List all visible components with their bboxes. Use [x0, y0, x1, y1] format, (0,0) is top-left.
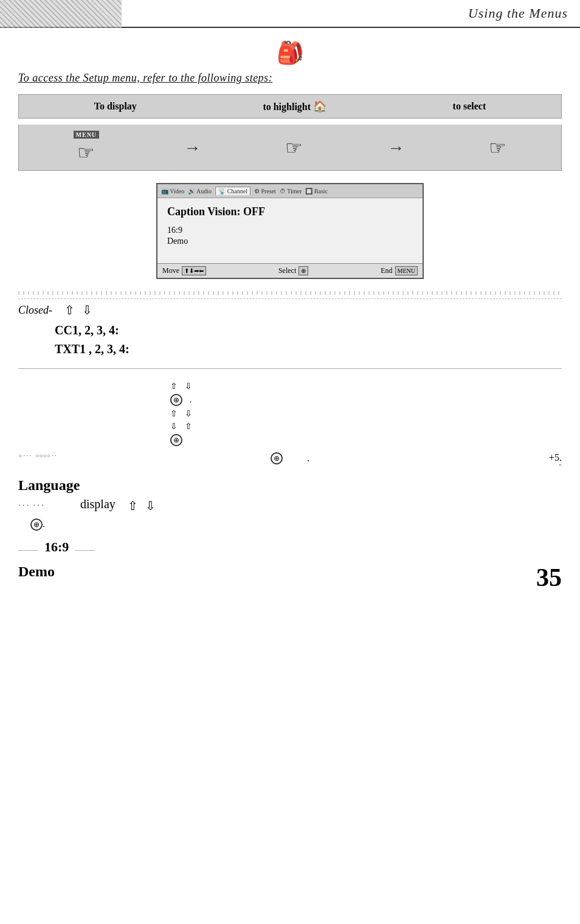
- instr-row-2: ⊕.: [170, 394, 562, 406]
- menu-item-2: Demo: [167, 236, 413, 246]
- menu-item-1: 16:9: [167, 226, 413, 235]
- tab-timer: ⏱ Timer: [280, 188, 302, 195]
- language-label: Language: [18, 477, 562, 494]
- hand-icon-2: ☞: [285, 136, 303, 159]
- select-key-icon: ⊕: [299, 266, 308, 275]
- tab-channel: 📡 Channel: [215, 187, 250, 195]
- cc-text: CC1, 2, 3, 4:: [55, 323, 562, 337]
- down-arrow-display: ⇩: [145, 498, 156, 513]
- small-text-1: ○ · · · ○○○○ · ·: [18, 452, 246, 459]
- steps-row: To display to highlight 🏠 to select: [18, 94, 562, 119]
- main-content: 🎒 To access the Setup menu, refer to the…: [0, 28, 580, 604]
- menu-badge: MENU: [74, 131, 100, 139]
- main-separator: [18, 368, 562, 369]
- highlight-icon: 🏠: [313, 100, 326, 112]
- menu-footer: Move ⬆⬇➡⬅ Select ⊕ End MENU: [157, 263, 423, 278]
- hand-display: MENU ☞: [74, 131, 100, 164]
- tab-video: 📺 Video: [161, 188, 184, 195]
- setup-icon-row: 🎒: [18, 40, 562, 66]
- select-circle-2: ⊕: [170, 434, 182, 446]
- header-bar: Using the Menus: [0, 0, 580, 28]
- small-text-2: · · · · · ·: [18, 501, 44, 511]
- down-arrow-1: ⇩: [82, 303, 92, 317]
- plus5-text: +5.: [334, 452, 562, 463]
- up-arrow-display: ⇧: [128, 498, 138, 513]
- select-circle-bottom: ⊕: [30, 519, 43, 531]
- bottom-right-col: +5. ‟: [334, 452, 562, 471]
- updown-arrows: ⇧ ⇩: [64, 303, 92, 317]
- caption-section: Closed- ⇧ ⇩ CC1, 2, 3, 4: TXT1 , 2, 3, 4…: [18, 303, 562, 356]
- arrow-1: →: [184, 138, 201, 157]
- down-arrow-b1: ⇩: [185, 381, 192, 391]
- thin-separator: [18, 298, 562, 299]
- setup-icon: 🎒: [277, 41, 304, 65]
- footer-select: Select ⊕: [278, 266, 308, 275]
- up-arrow-1: ⇧: [64, 303, 75, 317]
- up-arrow-b2: ⇧: [170, 409, 178, 419]
- down-arrow-b2: ⇩: [185, 409, 192, 419]
- period-1: .: [190, 395, 192, 405]
- bottom-left-col: ○ · · · ○○○○ · ·: [18, 452, 246, 460]
- tab-preset: ⚙ Preset: [254, 188, 276, 195]
- caption-vision-title: Caption Vision: OFF: [167, 205, 413, 218]
- closed-label: Closed-: [18, 304, 52, 317]
- menu-items: 16:9 Demo: [167, 226, 413, 246]
- small-text-right: ‟: [334, 463, 562, 470]
- menu-content: Caption Vision: OFF 16:9 Demo: [157, 198, 423, 263]
- footer-move: Move ⬆⬇➡⬅: [162, 266, 206, 275]
- up-arrow-b1: ⇧: [170, 381, 178, 391]
- instr-row-5: ⊕: [170, 434, 562, 446]
- page-title: Using the Menus: [468, 5, 568, 21]
- tab-audio: 🔊 Audio: [188, 188, 212, 195]
- instr-row-4: ⇩ ⇧: [170, 421, 562, 432]
- move-key-icon: ⬆⬇➡⬅: [182, 266, 206, 275]
- step-display: To display: [94, 101, 137, 112]
- bottom-grid: ○ · · · ○○○○ · · ⊕. +5. ‟: [18, 452, 562, 471]
- updown-arrows-bottom: ⇧ ⇩: [128, 498, 156, 513]
- instr-row-3: ⇧ ⇩: [170, 409, 562, 419]
- bottom-section: ⇧ ⇩ ⊕. ⇧ ⇩ ⇩ ⇧ ⊕ ○ · · · ○○○○ · ·: [18, 381, 562, 580]
- bottom-instruction-rows: ⇧ ⇩ ⊕. ⇧ ⇩ ⇩ ⇧ ⊕: [170, 381, 562, 446]
- select-circle-right: ⊕: [271, 452, 283, 464]
- header-texture: [0, 0, 122, 28]
- menu-screenshot-box: 📺 Video 🔊 Audio 📡 Channel ⚙ Preset ⏱ Tim…: [156, 183, 424, 279]
- up-arrow-b3: ⇧: [185, 421, 192, 432]
- step-select: to select: [453, 101, 486, 112]
- small-text-4: ———: [75, 546, 95, 553]
- arrow-2: →: [387, 138, 404, 157]
- hand-icon-3: ☞: [489, 136, 506, 159]
- end-key-icon: MENU: [395, 266, 418, 275]
- menu-tabs-row: 📺 Video 🔊 Audio 📡 Channel ⚙ Preset ⏱ Tim…: [157, 184, 423, 198]
- instruction-text: To access the Setup menu, refer to the f…: [18, 72, 562, 84]
- demo-label: Demo: [18, 564, 562, 580]
- period-bottom: .: [43, 519, 45, 529]
- txt-text: TXT1 , 2, 3, 4:: [55, 342, 562, 356]
- small-text-3: ———: [18, 546, 38, 553]
- noise-line: [18, 291, 562, 295]
- page-number: 35: [536, 563, 562, 592]
- hand-icon-1: ☞: [77, 141, 95, 164]
- display-label: display: [80, 497, 116, 511]
- period-right: .: [307, 453, 309, 464]
- down-arrow-b3: ⇩: [170, 421, 178, 432]
- hand-highlight: ☞: [285, 136, 303, 159]
- instr-row-1: ⇧ ⇩: [170, 381, 562, 391]
- closed-row: Closed- ⇧ ⇩: [18, 303, 562, 317]
- footer-end: End MENU: [381, 266, 418, 275]
- hands-row: MENU ☞ → ☞ → ☞: [18, 125, 562, 171]
- hand-select: ☞: [489, 136, 506, 159]
- step-highlight: to highlight 🏠: [263, 100, 326, 113]
- tab-basic: 🔲 Basic: [305, 188, 328, 195]
- select-circle-1: ⊕: [170, 394, 182, 406]
- sixteen-nine-label: 16:9: [44, 539, 69, 555]
